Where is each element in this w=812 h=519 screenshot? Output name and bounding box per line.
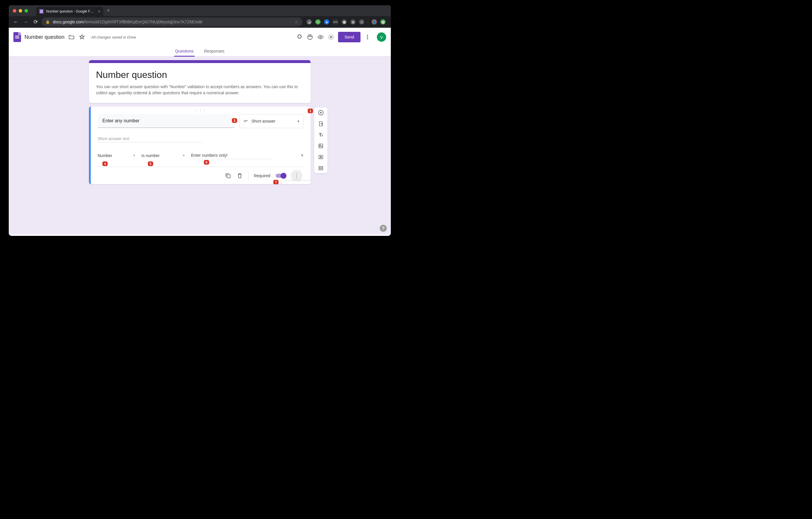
send-button[interactable]: Send [338,32,360,42]
form-title-input[interactable]: Number question [25,34,64,40]
url-text: docs.google.com/forms/d/1Og9XRfTXffBtBKp… [53,20,292,24]
extension-icon[interactable]: NEW [333,19,338,25]
chevron-down-icon: ▼ [297,120,300,123]
chevron-down-icon: ▼ [182,154,185,157]
svg-point-4 [320,36,322,38]
short-answer-icon [243,118,249,124]
validation-rule-label: Is number [141,153,160,158]
validation-error-input[interactable] [191,152,273,159]
browser-window: Number question - Google Form × + ← → ⟳ … [9,5,391,236]
add-video-icon[interactable] [317,154,324,161]
preview-eye-icon[interactable] [317,33,324,40]
theme-palette-icon[interactable] [307,33,314,40]
question-type-label: Short answer [252,119,276,124]
svg-point-5 [330,36,332,38]
tab-close-icon[interactable]: × [98,9,100,14]
tab-questions[interactable]: Questions [174,47,195,56]
svg-rect-7 [244,121,246,122]
drag-handle-icon[interactable]: ⋮⋮⋮ [98,108,303,112]
window-minimize-dot[interactable] [19,9,22,12]
star-icon[interactable] [79,33,85,40]
settings-gear-icon[interactable] [327,33,335,40]
separator [368,19,368,25]
form-header-card[interactable]: Number question You can use short answer… [89,60,311,103]
annotation-badge-4: 4 [103,161,108,166]
app-header: Number question All changes saved in Dri… [9,28,391,47]
add-section-icon[interactable] [317,165,324,172]
tab-title: Number question - Google Form [46,9,96,13]
answer-placeholder: Short answer text [98,136,203,142]
svg-rect-14 [319,169,323,170]
chevron-down-icon: ▼ [133,154,136,157]
extension-icon[interactable]: ⬤ [342,19,347,25]
omnibox[interactable]: 🔒 docs.google.com/forms/d/1Og9XRfTXffBtB… [41,18,302,26]
validation-category-label: Number [98,153,112,158]
extension-icon[interactable]: ◎ [359,19,364,25]
extension-icon[interactable]: ⬤ [380,19,385,25]
extension-icon[interactable]: ◢ [307,19,312,25]
svg-point-1 [309,36,310,37]
duplicate-icon[interactable] [225,172,231,179]
window-maximize-dot[interactable] [25,9,28,12]
question-card[interactable]: ⋮⋮⋮ 2 Short answer ▼ [89,107,311,184]
extension-icons: ◢ ✉ ◉ NEW ⬤ ▦ ◎ 👤 ⬤ [304,19,388,25]
profile-avatar-icon[interactable]: 👤 [372,19,377,25]
forward-button[interactable]: → [22,19,30,25]
more-dots-icon: ⋮ [294,175,299,176]
save-status: All changes saved in Drive [91,35,136,39]
question-options-popup: Show Description Response validatio [282,181,311,185]
svg-point-2 [310,35,310,36]
add-image-icon[interactable] [317,142,324,149]
extension-icon[interactable]: ✉ [315,19,321,25]
reload-button[interactable]: ⟳ [31,19,40,25]
svg-rect-6 [244,120,248,121]
lock-icon: 🔒 [46,20,50,24]
back-button[interactable]: ← [12,19,20,25]
delete-trash-icon[interactable] [236,172,243,179]
annotation-badge-6: 6 [204,160,209,165]
annotation-badge-7: 7 [273,180,279,184]
browser-tab[interactable]: Number question - Google Form × [36,7,103,16]
page-tabs: Questions Responses [9,47,391,57]
svg-point-3 [311,36,312,37]
question-title-input[interactable] [98,114,235,128]
svg-rect-8 [227,174,230,178]
form-column: Number question You can use short answer… [89,60,311,184]
question-footer: Required ⋮ Show Description [98,167,303,184]
add-title-icon[interactable] [317,131,324,138]
google-forms-app: Number question All changes saved in Dri… [9,28,391,236]
svg-rect-13 [319,166,323,168]
svg-point-11 [320,145,321,146]
url-bar: ← → ⟳ 🔒 docs.google.com/forms/d/1Og9XRfT… [9,16,391,28]
form-canvas: Number question You can use short answer… [9,57,391,235]
window-titlebar: Number question - Google Form × + [9,5,391,16]
forms-logo-icon[interactable] [13,32,21,42]
add-question-icon[interactable] [317,109,324,116]
move-to-folder-icon[interactable] [68,33,75,40]
new-tab-button[interactable]: + [107,7,110,14]
window-close-dot[interactable] [13,9,16,12]
remove-validation-icon[interactable]: × [300,153,303,159]
form-description[interactable]: You can use short answer question with "… [96,84,303,96]
import-questions-icon[interactable] [317,120,324,127]
svg-rect-10 [319,144,323,148]
account-avatar[interactable]: V [377,32,386,42]
addons-icon[interactable] [296,33,303,40]
tab-responses[interactable]: Responses [203,47,226,56]
validation-category-select[interactable]: Number ▼ [98,153,136,158]
extension-icon[interactable]: ▦ [350,19,355,25]
help-button[interactable]: ? [380,225,387,232]
extension-icon[interactable]: ◉ [324,19,329,25]
validation-rule-select[interactable]: Is number ▼ [141,153,185,158]
question-type-select[interactable]: Short answer ▼ [239,114,303,128]
annotation-badge-5: 5 [148,161,153,166]
required-label: Required [254,173,270,178]
forms-favicon [39,9,44,14]
bookmark-star-icon[interactable]: ☆ [295,20,298,24]
more-menu-icon[interactable] [364,33,371,40]
required-toggle[interactable] [276,174,286,178]
tab-bar: Number question - Google Form × + [36,5,110,16]
annotation-badge-1: 1 [308,109,313,113]
question-more-button[interactable]: ⋮ Show Description [291,170,302,182]
form-title-display[interactable]: Number question [96,70,303,80]
